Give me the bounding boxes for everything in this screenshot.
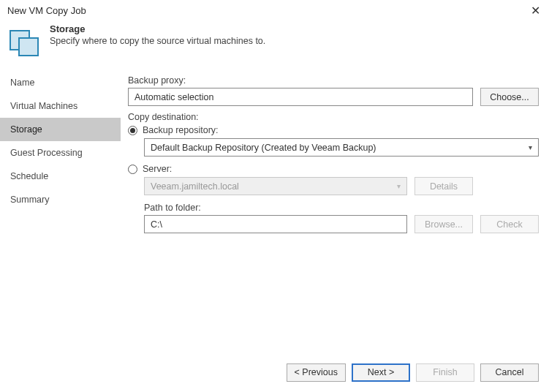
finish-button: Finish (416, 363, 474, 382)
radio-server-label: Server: (143, 164, 172, 174)
radio-dot-icon (128, 165, 137, 174)
browse-button: Browse... (414, 215, 473, 233)
path-input (144, 215, 407, 233)
sidebar-item-schedule[interactable]: Schedule (0, 165, 121, 188)
backup-repository-dropdown[interactable]: Default Backup Repository (Created by Ve… (144, 138, 539, 157)
radio-backup-repository[interactable]: Backup repository: (128, 125, 539, 135)
titlebar: New VM Copy Job ✕ (0, 0, 549, 18)
path-label: Path to folder: (144, 203, 539, 213)
wizard-footer: < Previous Next > Finish Cancel (0, 360, 549, 392)
storage-icon (7, 23, 42, 59)
close-icon[interactable]: ✕ (526, 4, 545, 18)
sidebar-item-summary[interactable]: Summary (0, 188, 121, 211)
cancel-button[interactable]: Cancel (480, 363, 539, 382)
chevron-down-icon: ▾ (529, 143, 532, 151)
radio-dot-icon (128, 126, 137, 135)
details-button: Details (414, 177, 473, 195)
wizard-sidebar: Name Virtual Machines Storage Guest Proc… (0, 69, 121, 360)
sidebar-item-virtual-machines[interactable]: Virtual Machines (0, 94, 121, 118)
sidebar-item-name[interactable]: Name (0, 71, 121, 94)
choose-button[interactable]: Choose... (480, 88, 539, 106)
check-button: Check (480, 215, 539, 233)
backup-repository-selected: Default Backup Repository (Created by Ve… (151, 143, 376, 153)
page-subtitle: Specify where to copy the source virtual… (50, 36, 265, 46)
backup-proxy-input[interactable] (128, 88, 473, 106)
previous-button[interactable]: < Previous (287, 363, 346, 382)
backup-proxy-label: Backup proxy: (128, 75, 539, 86)
dialog-header: Storage Specify where to copy the source… (0, 18, 549, 69)
next-button[interactable]: Next > (352, 363, 410, 382)
sidebar-item-storage[interactable]: Storage (0, 118, 121, 141)
window-title: New VM Copy Job (7, 5, 86, 16)
header-text: Storage Specify where to copy the source… (50, 23, 265, 46)
svg-rect-1 (19, 38, 38, 56)
server-dropdown: Veeam.jamiltech.local ▾ (144, 177, 407, 195)
copy-destination-label: Copy destination: (128, 112, 539, 122)
sidebar-item-guest-processing[interactable]: Guest Processing (0, 141, 121, 165)
server-value: Veeam.jamiltech.local (151, 181, 239, 192)
dialog-window: New VM Copy Job ✕ Storage Specify where … (0, 0, 549, 392)
content-panel: Backup proxy: Choose... Copy destination… (121, 69, 549, 360)
radio-server[interactable]: Server: (128, 164, 539, 174)
chevron-down-icon: ▾ (397, 182, 401, 190)
page-title: Storage (50, 23, 265, 34)
radio-backup-repository-label: Backup repository: (143, 125, 219, 135)
